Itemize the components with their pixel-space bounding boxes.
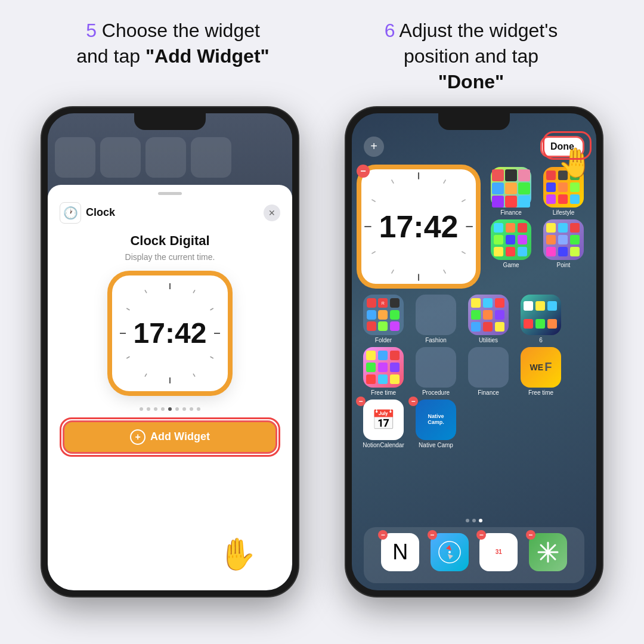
step6-text1: Adjust the widget's	[395, 20, 558, 41]
app-folder: R Folder	[359, 295, 408, 343]
svg-marker-26	[448, 554, 453, 559]
notion-icon: 📅	[363, 400, 404, 440]
mini-app-group	[191, 137, 231, 178]
app-finance-bottom-label: Finance	[478, 389, 499, 396]
svg-line-20	[371, 251, 375, 253]
dock-perplexity: −	[529, 533, 567, 571]
svg-line-5	[193, 373, 195, 376]
app-lifestyle-label: Lifestyle	[553, 209, 575, 216]
page-indicator-dot	[466, 519, 469, 522]
step5-instruction: 5 Choose the widget and tap "Add Widget"	[42, 18, 304, 95]
svg-line-4	[210, 357, 213, 358]
page-dot	[182, 407, 186, 411]
page-indicator-dot-active	[479, 519, 482, 522]
svg-marker-25	[446, 545, 451, 550]
native-camp-minus: −	[408, 397, 418, 406]
step6-number: 6	[385, 20, 395, 41]
freetime-icon	[363, 347, 404, 388]
dock-notion-minus: −	[378, 530, 388, 540]
point-icon	[543, 219, 584, 260]
instructions-row: 5 Choose the widget and tap "Add Widget"…	[0, 0, 644, 107]
large-clock-widget: −	[359, 167, 478, 286]
sheet-app-title: Clock	[86, 206, 115, 219]
svg-line-1	[193, 290, 195, 293]
finance-bottom-icon	[468, 347, 509, 388]
step6-bold: "Done"	[438, 71, 504, 92]
svg-line-19	[392, 270, 394, 273]
plus-button[interactable]: +	[364, 137, 384, 157]
app-procedure-label: Procedure	[422, 389, 450, 396]
dock-perplexity-minus: −	[526, 530, 535, 540]
app-game-label: Game	[503, 262, 519, 268]
app-finance-top-label: Finance	[500, 209, 522, 216]
sheet-close-button[interactable]: ✕	[264, 205, 280, 221]
app-native-camp-label: Native Camp	[419, 442, 453, 448]
svg-line-8	[126, 357, 129, 358]
finance-top-icon	[491, 167, 531, 208]
widget-sheet: 🕐 Clock ✕ Clock Digital Display the curr…	[48, 185, 292, 590]
procedure-icon	[416, 347, 456, 388]
large-clock-widget-container: −	[359, 167, 478, 286]
clock-widget-preview: 17:42	[110, 274, 230, 393]
phone1: 🕐 Clock ✕ Clock Digital Display the curr…	[42, 107, 298, 596]
phone2-screen: + Done −	[352, 113, 596, 590]
plus-icon: +	[370, 140, 377, 153]
app-six-label: 6	[539, 337, 543, 343]
app-freetime2-label: Free time	[528, 389, 553, 396]
folder-icon: R	[363, 295, 404, 335]
step5-text1: Choose the widget	[97, 20, 260, 41]
step5-number: 5	[86, 20, 97, 41]
app-finance-bottom: Finance	[464, 347, 513, 396]
app-utilities-label: Utilities	[479, 337, 498, 343]
app-notion: − 📅 NotionCalendar	[359, 400, 408, 448]
svg-line-7	[145, 373, 147, 376]
game-icon	[491, 219, 531, 260]
add-widget-button[interactable]: Add Widget	[63, 420, 277, 454]
sheet-header: 🕐 Clock ✕	[60, 202, 280, 224]
dock-safari-icon	[431, 533, 469, 571]
svg-line-16	[462, 251, 465, 253]
svg-point-27	[448, 551, 451, 553]
app-utilities: Utilities	[464, 295, 513, 343]
dock-perplexity-icon	[529, 533, 567, 571]
page-dot	[175, 407, 179, 411]
page-indicator	[352, 516, 596, 525]
svg-line-22	[371, 199, 375, 202]
clock-face: 17:42	[116, 280, 224, 387]
svg-line-2	[210, 308, 213, 310]
page-indicator-dot	[472, 519, 476, 522]
step5-bold: "Add Widget"	[145, 45, 270, 67]
six-icon	[521, 295, 561, 335]
fashion-icon	[416, 295, 456, 335]
app-freetime2: WE F Free time	[516, 347, 565, 396]
clock-time-display: 17:42	[134, 317, 207, 349]
app-notion-label: NotionCalendar	[363, 442, 404, 448]
widget-desc: Display the current time.	[125, 252, 215, 262]
dock-safari-minus: −	[428, 530, 437, 540]
app-point: Point	[539, 219, 588, 268]
dock: − N −	[364, 527, 584, 583]
sheet-handle	[158, 192, 182, 195]
phones-container: 🕐 Clock ✕ Clock Digital Display the curr…	[0, 107, 644, 596]
mini-app-group	[55, 137, 95, 178]
dock-safari: −	[431, 533, 469, 571]
page-dot	[197, 407, 200, 411]
svg-line-10	[126, 308, 129, 310]
clock-app-icon: 🕐	[60, 202, 81, 224]
step6-instruction: 6 Adjust the widget's position and tap "…	[340, 18, 602, 95]
app-fashion: Fashion	[411, 295, 460, 343]
svg-line-23	[392, 179, 394, 183]
notion-minus: −	[356, 397, 366, 406]
app-game: Game	[487, 219, 535, 268]
dock-calendar-icon: 31	[479, 533, 518, 571]
app-finance-top: Finance	[487, 167, 535, 216]
dock-calendar-minus: −	[476, 530, 486, 540]
notch	[134, 113, 206, 130]
home-grid: −	[352, 162, 596, 516]
phone2: + Done −	[346, 107, 602, 596]
cursor-hand-phone1: 🤚	[218, 536, 256, 572]
mini-app-group	[145, 137, 186, 178]
svg-line-14	[462, 199, 465, 202]
app-native-camp: − NativeCamp. Native Camp	[411, 400, 460, 448]
page-dot	[154, 407, 157, 411]
